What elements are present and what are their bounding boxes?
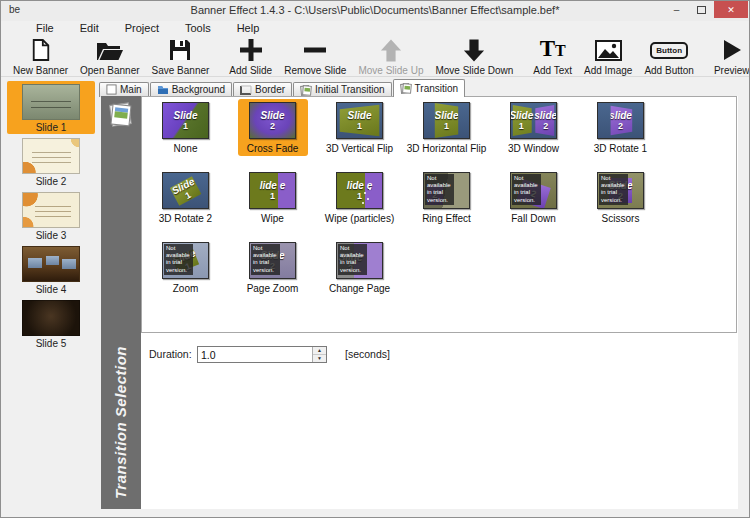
duration-value[interactable]: 1.0 bbox=[198, 347, 312, 362]
transition-thumbnail: Slide1 bbox=[162, 172, 209, 209]
minimize-button[interactable]: – bbox=[664, 1, 689, 18]
tab-transition[interactable]: Transition bbox=[393, 79, 466, 97]
tab-main[interactable]: Main bbox=[99, 82, 149, 97]
transition-icon bbox=[300, 84, 312, 96]
menu-bar: File Edit Project Tools Help bbox=[1, 21, 749, 35]
tab-background[interactable]: Background bbox=[150, 82, 232, 97]
transition-option-3d-horizontal-flip[interactable]: Slide1 3D Horizontal Flip bbox=[403, 99, 490, 169]
transition-thumbnail: Slide1 bbox=[162, 102, 209, 139]
slide-list: Slide 1 Slide 2 Slide 3 Slide 4 Slide 5 bbox=[5, 81, 97, 509]
plus-icon bbox=[238, 36, 264, 64]
toolbar: New Banner Open Banner Save Banner Add S… bbox=[1, 35, 749, 77]
text-icon: TT bbox=[540, 36, 566, 64]
new-banner-button[interactable]: New Banner bbox=[7, 34, 74, 76]
menu-item-project[interactable]: Project bbox=[112, 21, 172, 35]
spin-down-icon[interactable]: ▼ bbox=[313, 355, 326, 362]
border-icon bbox=[240, 85, 252, 95]
trial-overlay: Not available in trial version. bbox=[599, 174, 628, 205]
panel-title: Transition Selection bbox=[112, 346, 129, 499]
image-icon bbox=[595, 36, 622, 64]
preview-button[interactable]: Preview bbox=[708, 34, 750, 76]
tab-bar: Main Background Border Initial Transitio… bbox=[99, 79, 466, 97]
slide-item-4[interactable]: Slide 4 bbox=[7, 243, 95, 296]
transition-option-wipe-particles[interactable]: lide e1 Wipe (particles) bbox=[316, 169, 403, 239]
trial-overlay: Not available in trial version. bbox=[512, 174, 541, 205]
transition-option-3d-rotate-2[interactable]: Slide1 3D Rotate 2 bbox=[142, 169, 229, 239]
duration-input[interactable]: 1.0 ▲ ▼ bbox=[197, 346, 327, 363]
transition-option-3d-window[interactable]: Slide1 slide2 3D Window bbox=[490, 99, 577, 169]
move-slide-down-button[interactable]: Move Slide Down bbox=[429, 34, 519, 76]
duration-spinner: ▲ ▼ bbox=[312, 347, 326, 362]
window-title: Banner Effect 1.4.3 - C:\Users\Public\Do… bbox=[1, 4, 749, 16]
maximize-icon bbox=[697, 6, 706, 14]
tab-initial-transition[interactable]: Initial Transition bbox=[293, 82, 391, 97]
add-button-button[interactable]: Button Add Button bbox=[638, 34, 699, 76]
slide-item-5[interactable]: Slide 5 bbox=[7, 297, 95, 350]
new-document-icon bbox=[31, 36, 51, 64]
arrow-up-icon bbox=[380, 36, 402, 64]
add-text-button[interactable]: TT Add Text bbox=[527, 34, 578, 76]
save-banner-button[interactable]: Save Banner bbox=[146, 34, 216, 76]
minus-icon bbox=[302, 36, 328, 64]
transition-grid: Slide1 None Slide2 Cross Fade Slide1 3D … bbox=[141, 96, 737, 333]
transition-slides-icon bbox=[106, 99, 136, 131]
transition-option-fall-down[interactable]: 2 Not available in trial version. Fall D… bbox=[490, 169, 577, 239]
transition-option-ring-effect[interactable]: 2 Not available in trial version. Ring E… bbox=[403, 169, 490, 239]
blank-page-icon bbox=[106, 84, 117, 95]
trial-overlay: Not available in trial version. bbox=[164, 244, 193, 275]
remove-slide-button[interactable]: Remove Slide bbox=[278, 34, 352, 76]
background-icon bbox=[157, 84, 169, 95]
transition-thumbnail: lide e1 bbox=[336, 172, 383, 209]
transition-thumbnail: Slide1 slide2 bbox=[510, 102, 557, 139]
open-folder-icon bbox=[96, 36, 124, 64]
slide-item-2[interactable]: Slide 2 bbox=[7, 135, 95, 188]
slide-1-thumbnail bbox=[22, 84, 80, 120]
menu-item-help[interactable]: Help bbox=[224, 21, 273, 35]
transition-option-zoom[interactable]: Slide1 Not available in trial version. Z… bbox=[142, 239, 229, 309]
trial-overlay: Not available in trial version. bbox=[425, 174, 454, 205]
save-floppy-icon bbox=[169, 36, 191, 64]
transition-thumbnail: slide2 bbox=[597, 102, 644, 139]
transition-thumbnail: lide e1 bbox=[249, 172, 296, 209]
slide-item-3[interactable]: Slide 3 bbox=[7, 189, 95, 242]
transition-thumbnail: Slide2 Not available in trial version. bbox=[249, 242, 296, 279]
transition-icon bbox=[400, 82, 412, 94]
app-window: be Banner Effect 1.4.3 - C:\Users\Public… bbox=[0, 0, 750, 518]
menu-item-edit[interactable]: Edit bbox=[67, 21, 112, 35]
slide-4-thumbnail bbox=[22, 246, 80, 282]
close-button[interactable]: ✕ bbox=[714, 1, 748, 18]
arrow-down-icon bbox=[463, 36, 485, 64]
duration-label: Duration: bbox=[149, 348, 197, 360]
transition-option-scissors[interactable]: Slide2 Not available in trial version. S… bbox=[577, 169, 664, 239]
slide-3-thumbnail bbox=[22, 192, 80, 228]
move-slide-up-button[interactable]: Move Slide Up bbox=[352, 34, 429, 76]
transition-option-change-page[interactable]: Slide2 Not available in trial version. C… bbox=[316, 239, 403, 309]
transition-thumbnail: Slide1 bbox=[423, 102, 470, 139]
transition-option-none[interactable]: Slide1 None bbox=[142, 99, 229, 169]
open-banner-button[interactable]: Open Banner bbox=[74, 34, 146, 76]
duration-row: Duration: 1.0 ▲ ▼ [seconds] bbox=[141, 344, 738, 364]
duration-units: [seconds] bbox=[345, 348, 390, 360]
transition-option-cross-fade[interactable]: Slide2 Cross Fade bbox=[229, 99, 316, 169]
transition-option-wipe[interactable]: lide e1 Wipe bbox=[229, 169, 316, 239]
transition-thumbnail: Slide2 Not available in trial version. bbox=[336, 242, 383, 279]
spin-up-icon[interactable]: ▲ bbox=[313, 347, 326, 355]
slide-item-1[interactable]: Slide 1 bbox=[7, 81, 95, 134]
slide-5-thumbnail bbox=[22, 300, 80, 336]
menu-item-file[interactable]: File bbox=[23, 21, 67, 35]
button-icon: Button bbox=[650, 36, 688, 64]
transition-option-3d-rotate-1[interactable]: slide2 3D Rotate 1 bbox=[577, 99, 664, 169]
transition-thumbnail: 2 Not available in trial version. bbox=[510, 172, 557, 209]
trial-overlay: Not available in trial version. bbox=[338, 244, 367, 275]
add-image-button[interactable]: Add Image bbox=[578, 34, 638, 76]
play-icon bbox=[722, 36, 742, 64]
tab-border[interactable]: Border bbox=[233, 82, 292, 97]
add-slide-button[interactable]: Add Slide bbox=[223, 34, 278, 76]
transition-option-3d-vertical-flip[interactable]: Slide1 3D Vertical Flip bbox=[316, 99, 403, 169]
transition-thumbnail: 2 Not available in trial version. bbox=[423, 172, 470, 209]
maximize-button[interactable] bbox=[689, 1, 714, 18]
menu-item-tools[interactable]: Tools bbox=[172, 21, 224, 35]
transition-selection-panel: Transition Selection bbox=[101, 96, 141, 509]
transition-option-page-zoom[interactable]: Slide2 Not available in trial version. P… bbox=[229, 239, 316, 309]
slide-2-thumbnail bbox=[22, 138, 80, 174]
